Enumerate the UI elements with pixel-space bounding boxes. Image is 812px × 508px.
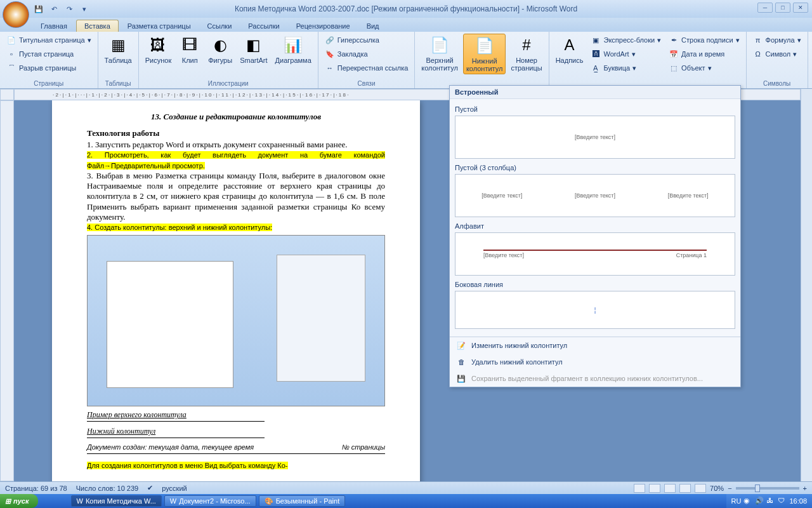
vertical-scrollbar[interactable] [801, 89, 812, 481]
doc-heading: 13. Создание и редактирование колонтитул… [87, 112, 385, 122]
opt-blank[interactable]: [Введите текст] [455, 116, 735, 159]
title-page-button[interactable]: 📄Титульная страница ▾ [4, 34, 94, 46]
tab-insert[interactable]: Вставка [76, 20, 119, 32]
tray-icon[interactable]: 🛡 [778, 497, 787, 505]
taskbar-item-paint[interactable]: 🎨Безымянный - Paint [259, 495, 346, 507]
gallery-body[interactable]: Пустой [Введите текст] Пустой (3 столбца… [450, 99, 740, 337]
taskbar-item-word2[interactable]: WДокумент2 - Microso... [164, 495, 256, 507]
view-draft[interactable] [695, 484, 706, 493]
blocks-icon: ▣ [591, 35, 601, 45]
blank-page-label: Пустая страница [19, 50, 74, 58]
object-button[interactable]: ⬚Объект ▾ [666, 62, 742, 74]
word-icon: W [170, 497, 176, 505]
hyperlink-button[interactable]: 🔗Гиперссылка [322, 34, 411, 46]
group-links-label: Связи [322, 79, 411, 88]
restore-button[interactable]: □ [775, 3, 790, 13]
view-web[interactable] [664, 484, 676, 493]
blank-page-button[interactable]: ▫Пустая страница [4, 48, 94, 60]
smartart-button[interactable]: ◧SmartArt [237, 34, 270, 65]
delete-footer-cmd[interactable]: 🗑Удалить нижний колонтитул [450, 354, 740, 370]
zoom-pct[interactable]: 70% [710, 485, 724, 492]
header-button[interactable]: 📄Верхний колонтитул [419, 34, 461, 73]
window-title: Копия Методичка Word 2003-2007.doc [Режи… [235, 4, 577, 13]
title-page-label: Титульная страница [19, 36, 85, 44]
status-lang[interactable]: русский [162, 485, 187, 492]
edit-footer-cmd[interactable]: 📝Изменить нижний колонтитул [450, 337, 740, 354]
taskbar: ⊞пуск WКопия Методичка W... WДокумент2 -… [0, 494, 812, 508]
bookmark-button[interactable]: 🔖Закладка [322, 48, 411, 60]
tray-icon[interactable]: ◉ [743, 497, 752, 505]
status-proof-icon[interactable]: ✔ [147, 484, 153, 492]
ruler-vertical[interactable] [0, 100, 14, 481]
opt-side-label: Боковая линия [455, 281, 735, 288]
status-page[interactable]: Страница: 69 из 78 [5, 485, 67, 492]
tray-clock[interactable]: 16:08 [789, 497, 807, 505]
save-sel-icon: 💾 [456, 373, 466, 384]
clip-button[interactable]: 🎞Клип [176, 34, 203, 65]
datetime-button[interactable]: 📅Дата и время [666, 48, 742, 60]
opt-3col[interactable]: [Введите текст] [Введите текст] [Введите… [455, 174, 735, 217]
page-break-label: Разрыв страницы [19, 64, 76, 72]
document-page[interactable]: 13. Создание и редактирование колонтитул… [52, 100, 420, 481]
link-icon: 🔗 [325, 35, 335, 45]
windows-icon: ⊞ [5, 497, 11, 505]
qat-dropdown-icon[interactable]: ▾ [79, 3, 90, 15]
ribbon-tabs: Главная Вставка Разметка страницы Ссылки… [0, 18, 812, 32]
tab-view[interactable]: Вид [359, 20, 387, 32]
wordart-button[interactable]: 🅰WordArt ▾ [588, 48, 664, 60]
tray-lang[interactable]: RU [731, 497, 742, 505]
embedded-screenshot [87, 235, 385, 406]
undo-icon[interactable]: ↶ [48, 3, 60, 15]
pi-icon: π [753, 35, 763, 45]
page-icon: 📄 [6, 35, 16, 45]
minimize-button[interactable]: ─ [757, 3, 773, 13]
xref-button[interactable]: ↔Перекрестная ссылка [322, 62, 411, 74]
redo-icon[interactable]: ↷ [63, 3, 75, 15]
wordart-icon: 🅰 [591, 49, 601, 59]
zoom-in-button[interactable]: + [803, 485, 807, 492]
tab-home[interactable]: Главная [33, 20, 75, 32]
ruler-corner[interactable] [0, 89, 14, 100]
table-button[interactable]: ▦Таблица [102, 34, 134, 65]
page-number-button[interactable]: #Номер страницы [508, 34, 544, 73]
view-outline[interactable] [679, 484, 691, 493]
picture-button[interactable]: 🖼Рисунок [143, 34, 174, 65]
footer-button[interactable]: 📄Нижний колонтитул [463, 34, 506, 74]
group-symbols-label: Символы [750, 79, 804, 88]
office-button[interactable] [3, 1, 29, 28]
opt-side[interactable]: ¦ [455, 291, 735, 329]
tab-references[interactable]: Ссылки [200, 20, 240, 32]
bookmark-icon: 🔖 [325, 49, 335, 59]
view-fullscreen[interactable] [649, 484, 660, 493]
dropcap-button[interactable]: A̲Буквица ▾ [588, 62, 664, 74]
tab-review[interactable]: Рецензирование [289, 20, 358, 32]
doc-p1: 1. Запустить редактор Word и открыть док… [87, 140, 385, 150]
tray-icon[interactable]: 🖧 [766, 497, 775, 505]
quickparts-button[interactable]: ▣Экспресс-блоки ▾ [588, 34, 664, 46]
caption-2: Нижний колонтитул [87, 427, 385, 436]
opt-alpha[interactable]: [Введите текст]Страница 1 [455, 232, 735, 276]
zoom-out-button[interactable]: − [728, 485, 731, 492]
opt-blank-label: Пустой [455, 105, 735, 113]
chart-button[interactable]: 📊Диаграмма [273, 34, 314, 65]
shapes-button[interactable]: ◐Фигуры [206, 34, 235, 65]
taskbar-item-word1[interactable]: WКопия Методичка W... [71, 495, 162, 507]
zoom-slider[interactable] [736, 487, 799, 490]
close-button[interactable]: ✕ [793, 3, 808, 13]
symbol-button[interactable]: ΩСимвол ▾ [750, 48, 804, 60]
gallery-header: Встроенный [450, 86, 740, 99]
formula-button[interactable]: πФормула ▾ [750, 34, 804, 46]
chart-icon: 📊 [283, 35, 303, 55]
signature-button[interactable]: ✒Строка подписи ▾ [666, 34, 742, 46]
opt-alpha-label: Алфавит [455, 222, 735, 230]
textbox-button[interactable]: AНадпись [553, 34, 586, 65]
start-button[interactable]: ⊞пуск [0, 494, 38, 508]
tray-icon[interactable]: 🔊 [755, 497, 764, 505]
tab-mailings[interactable]: Рассылки [240, 20, 287, 32]
save-icon[interactable]: 💾 [33, 3, 44, 15]
break-icon: ⎴ [6, 63, 16, 73]
page-break-button[interactable]: ⎴Разрыв страницы [4, 62, 94, 74]
status-words[interactable]: Число слов: 10 239 [76, 485, 138, 492]
tab-layout[interactable]: Разметка страницы [120, 20, 199, 32]
view-print-layout[interactable] [634, 484, 645, 493]
